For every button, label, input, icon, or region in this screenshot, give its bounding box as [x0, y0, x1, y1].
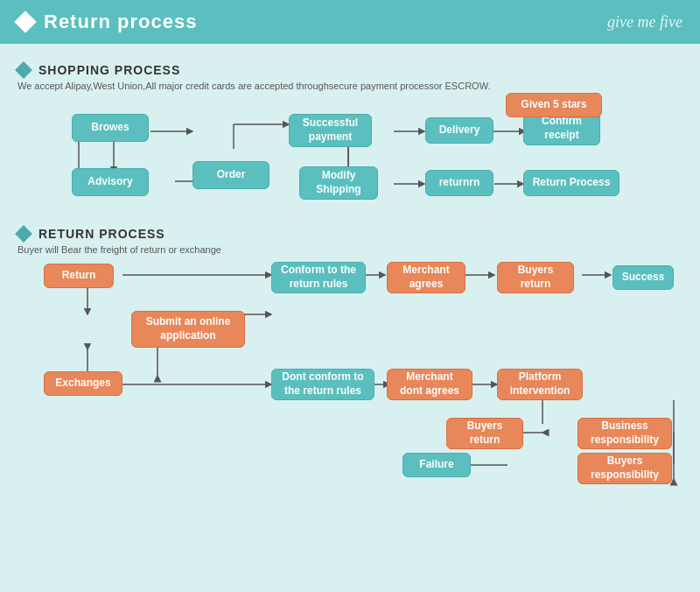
- given-5-stars-box: Given 5 stars: [506, 93, 602, 117]
- advisory-box: Advisory: [72, 168, 149, 196]
- submit-online-box: Submit an online application: [131, 311, 245, 348]
- buyers-return1-box: Buyers return: [497, 262, 574, 293]
- return-diamond-icon: [15, 225, 32, 243]
- business-responsibility-box: Business responsibility: [578, 418, 672, 449]
- return-section-header: RETURN PROCESS: [18, 227, 682, 241]
- returnrn-box: returnrn: [425, 170, 494, 196]
- delivery-box: Delivery: [425, 117, 494, 144]
- buyers-return2-box: Buyers return: [446, 418, 523, 449]
- brand-logo: give me five: [607, 13, 682, 32]
- exchanges-box: Exchanges: [44, 371, 122, 396]
- success-box: Success: [612, 265, 674, 290]
- failure-box: Failure: [402, 453, 471, 477]
- shopping-diamond-icon: [15, 61, 32, 79]
- page-header: Return process give me five: [0, 0, 700, 44]
- successful-payment-box: Successful payment: [289, 114, 372, 147]
- return-desc: Buyer will Bear the freight of return or…: [18, 244, 682, 255]
- buyers-responsibility-box: Buyers responsibility: [578, 453, 672, 484]
- conform-rules-box: Conform to the return rules: [271, 262, 366, 293]
- order-box: Order: [192, 161, 270, 189]
- shopping-flow-diagram: Browes Order Advisory Modify Shipping Su…: [18, 98, 682, 225]
- return-flow-diagram: Return Submit an online application Exch…: [18, 262, 682, 490]
- shopping-section-header: SHOPPING PROCESS: [18, 63, 682, 77]
- page-title: Return process: [44, 11, 197, 33]
- browes-box: Browes: [72, 114, 149, 142]
- return-process-box: Return Process: [523, 170, 620, 196]
- main-content: SHOPPING PROCESS We accept Alipay,West U…: [0, 44, 700, 592]
- merchant-dont-box: Merchant dont agrees: [387, 369, 472, 400]
- return-box: Return: [44, 264, 114, 288]
- return-title: RETURN PROCESS: [38, 227, 165, 241]
- merchant-agrees-box: Merchant agrees: [387, 262, 466, 293]
- shopping-desc: We accept Alipay,West Union,All major cr…: [18, 81, 682, 91]
- modify-shipping-box: Modify Shipping: [299, 166, 378, 200]
- platform-intervention-box: Platform intervention: [497, 369, 583, 400]
- header-diamond-icon: [14, 11, 36, 32]
- shopping-title: SHOPPING PROCESS: [38, 63, 180, 77]
- dont-conform-box: Dont conform to the return rules: [271, 369, 374, 400]
